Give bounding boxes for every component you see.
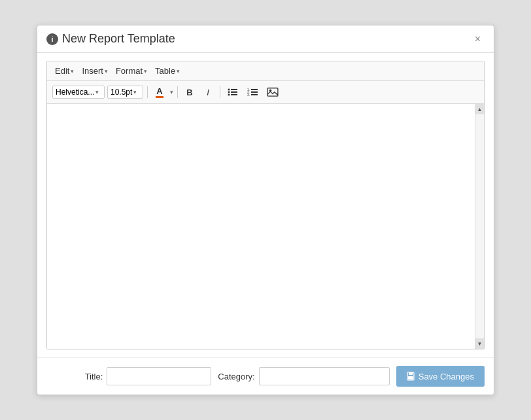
title-field: Title: <box>85 367 212 385</box>
title-input[interactable] <box>107 367 211 385</box>
toolbar-divider-3 <box>220 86 220 98</box>
format-menu-caret: ▾ <box>144 68 147 74</box>
table-menu[interactable]: Table ▾ <box>152 65 182 77</box>
svg-rect-16 <box>408 376 413 380</box>
insert-menu[interactable]: Insert ▾ <box>79 65 111 77</box>
toolbar-divider-2 <box>177 86 178 98</box>
svg-rect-5 <box>231 94 237 95</box>
scrollbar-track <box>475 114 484 338</box>
edit-menu-caret: ▾ <box>71 68 74 74</box>
svg-rect-1 <box>231 89 237 90</box>
edit-menu[interactable]: Edit ▾ <box>52 65 77 77</box>
format-menu[interactable]: Format ▾ <box>113 65 150 77</box>
font-size-caret: ▾ <box>133 89 137 95</box>
unordered-list-icon <box>228 88 238 97</box>
svg-point-0 <box>228 89 230 91</box>
save-icon <box>407 372 415 381</box>
ordered-list-button[interactable]: 1. 2. 3. <box>244 84 261 100</box>
svg-rect-9 <box>251 91 258 93</box>
category-field: Category: <box>218 367 389 385</box>
unordered-list-button[interactable] <box>224 84 241 100</box>
font-size-selector[interactable]: 10.5pt ▾ <box>107 86 143 99</box>
editor-container: Edit ▾ Insert ▾ Format ▾ Table ▾ <box>46 61 485 349</box>
font-color-icon: A <box>156 87 163 98</box>
insert-menu-caret: ▾ <box>105 68 108 74</box>
info-icon: i <box>46 33 58 45</box>
italic-button[interactable]: I <box>200 84 216 100</box>
svg-rect-12 <box>267 88 278 96</box>
svg-rect-11 <box>251 94 258 95</box>
bold-button[interactable]: B <box>182 84 197 100</box>
dialog: i New Report Template × Edit ▾ Insert ▾ <box>37 25 494 395</box>
editor-scrollbar: ▲ ▼ <box>475 104 484 349</box>
font-color-button[interactable]: A <box>152 84 167 100</box>
dialog-title: New Report Template <box>62 32 175 46</box>
dialog-body: Edit ▾ Insert ▾ Format ▾ Table ▾ <box>37 53 494 357</box>
svg-text:3.: 3. <box>247 93 250 97</box>
ordered-list-icon: 1. 2. 3. <box>247 88 258 97</box>
category-input[interactable] <box>259 367 390 385</box>
svg-rect-15 <box>409 372 413 375</box>
scrollbar-up-arrow[interactable]: ▲ <box>475 104 485 114</box>
svg-point-2 <box>228 91 230 93</box>
font-color-underline <box>156 96 163 98</box>
toolbar-divider-1 <box>147 86 148 98</box>
svg-rect-3 <box>231 91 237 93</box>
font-color-caret[interactable]: ▾ <box>170 89 173 95</box>
scrollbar-down-arrow[interactable]: ▼ <box>475 338 485 349</box>
insert-image-button[interactable] <box>264 84 282 100</box>
close-button[interactable]: × <box>471 33 485 46</box>
dialog-footer: Title: Category: Save Changes <box>37 357 494 395</box>
font-family-caret: ▾ <box>95 89 99 95</box>
toolbar-row2: Helvetica... ▾ 10.5pt ▾ A ▾ <box>47 81 484 104</box>
dialog-header: i New Report Template × <box>37 25 494 53</box>
toolbar-row1: Edit ▾ Insert ▾ Format ▾ Table ▾ <box>47 61 484 81</box>
editor-content[interactable]: ▲ ▼ <box>47 104 484 349</box>
title-label: Title: <box>85 372 103 381</box>
category-label: Category: <box>218 372 254 381</box>
table-menu-caret: ▾ <box>177 68 180 74</box>
save-changes-button[interactable]: Save Changes <box>396 366 485 387</box>
font-family-selector[interactable]: Helvetica... ▾ <box>52 86 105 99</box>
svg-rect-7 <box>251 89 258 90</box>
svg-point-4 <box>228 94 230 96</box>
dialog-title-area: i New Report Template <box>46 32 175 46</box>
image-icon <box>267 88 279 97</box>
